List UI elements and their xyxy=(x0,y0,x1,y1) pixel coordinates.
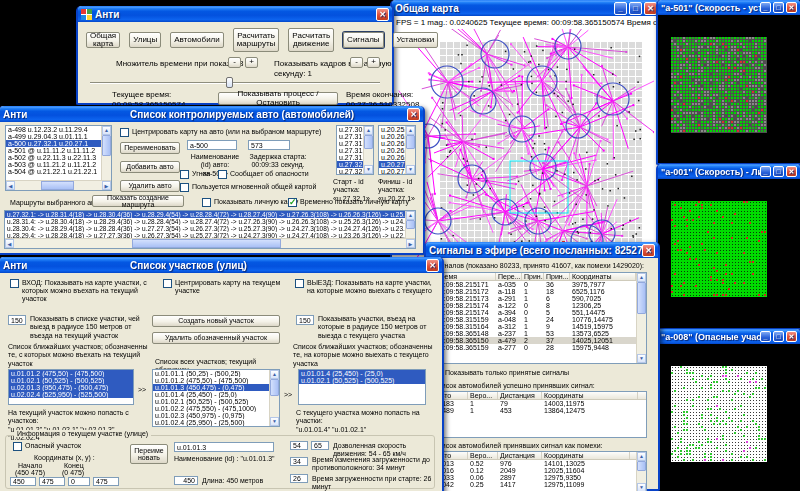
column-header[interactable]: Дистанция xyxy=(498,452,542,459)
table-row[interactable]: а-18317914003,11975 xyxy=(434,400,646,407)
checkbox-box[interactable] xyxy=(202,198,211,207)
scroll-up-icon[interactable]: ▲ xyxy=(270,370,279,379)
maximize-button[interactable]: □ xyxy=(629,2,642,15)
checkbox-box[interactable] xyxy=(163,279,172,288)
checkbox-box[interactable] xyxy=(180,170,189,179)
minimize-button[interactable]: _ xyxy=(760,331,771,342)
stolen-checkbox[interactable]: Угнан xyxy=(180,170,210,179)
list-item[interactable]: u.20.26.4 xyxy=(379,154,405,161)
list-item[interactable]: u.01.01.1 (50,25) - (500,25) xyxy=(153,370,269,377)
list-item[interactable]: u.20.26.3 xyxy=(379,147,405,154)
close-button[interactable]: ✕ xyxy=(426,259,439,272)
scroll-thumb[interactable] xyxy=(364,135,373,149)
delete-section-button[interactable]: Удалить обозначенный участок xyxy=(152,332,280,344)
list-item[interactable]: а-504 @ u.21.22.1 u.21.22.1 xyxy=(6,168,101,175)
temp-personal-map-checkbox[interactable]: Временно показать личную карту xyxy=(288,198,409,207)
reports-danger-checkbox[interactable]: Сообщает об опасности xyxy=(218,170,309,179)
button-signals[interactable]: Сигналы xyxy=(343,32,383,48)
scroll-thumb[interactable] xyxy=(132,239,281,248)
scroll-right-icon[interactable]: ▶ xyxy=(406,239,415,248)
fps-minus-button[interactable]: - xyxy=(350,57,363,68)
slider-thumb[interactable] xyxy=(226,77,233,88)
list-item[interactable]: u.02.02.4 (525,950) - (525,500) xyxy=(9,391,133,398)
list-item[interactable]: u.01.01.4 (25,450) - (25,0) xyxy=(153,391,269,398)
scroll-track[interactable] xyxy=(102,135,111,181)
list-item[interactable]: u.27.32.1: -> u.28.31.4(18) -> u.28.30.4… xyxy=(5,211,405,218)
scroll-left-icon[interactable]: ◀ xyxy=(5,239,14,248)
list-item[interactable]: а-498 u.12.23.2 u.11.29.4 xyxy=(6,126,101,133)
scroll-down-icon[interactable]: ▼ xyxy=(637,354,646,363)
scroll-track[interactable] xyxy=(406,135,415,165)
close-button[interactable]: ✕ xyxy=(786,166,797,177)
close-button[interactable]: ✕ xyxy=(786,331,797,342)
rename-section-button[interactable]: Переиме новать xyxy=(130,444,168,464)
entry-radius-input[interactable]: 150 xyxy=(8,315,26,325)
scroll-thumb[interactable] xyxy=(102,135,111,156)
table-row[interactable]: а-489145313864,12475 xyxy=(434,407,646,414)
maximize-button[interactable]: □ xyxy=(773,331,784,342)
list-item[interactable]: u.01.01.2 (475,50) - (475,500) xyxy=(9,370,133,377)
column-header[interactable]: Координаты xyxy=(570,273,636,280)
column-header[interactable]: Прин... xyxy=(544,273,570,280)
scroll-up-icon[interactable]: ▲ xyxy=(102,126,111,135)
multiplier-minus-button[interactable]: - xyxy=(228,57,241,68)
list-item[interactable]: u.27.31.4 xyxy=(337,154,363,161)
table-row[interactable]: 00:09:58.365150а-47923714025,12051 xyxy=(434,337,636,344)
scroll-track[interactable] xyxy=(637,461,646,483)
scroll-track[interactable] xyxy=(15,181,102,190)
checkbox-box[interactable] xyxy=(218,170,227,179)
entry-sections-checkbox[interactable]: ВХОД: Показывать на карте участки, с кот… xyxy=(10,279,160,303)
checkbox-box[interactable] xyxy=(120,128,129,137)
list-item[interactable]: u.01.02.1 (50,525) - (500,525) xyxy=(299,377,425,384)
close-button[interactable]: ✕ xyxy=(786,2,797,13)
titlebar[interactable]: Общая карта _ □ ✕ xyxy=(392,0,660,16)
vertical-scrollbar[interactable]: ▲▼ xyxy=(405,126,415,174)
scroll-track[interactable] xyxy=(364,135,373,165)
scroll-track[interactable] xyxy=(270,379,279,417)
close-button[interactable]: ✕ xyxy=(376,8,389,21)
minimize-button[interactable]: _ xyxy=(760,2,771,13)
list-item[interactable]: u.01.02.4 (25,950) - (25,500) xyxy=(153,419,269,426)
close-button[interactable]: ✕ xyxy=(407,108,420,121)
list-item[interactable]: u.01.02.1 (50,525) - (500,525) xyxy=(9,377,133,384)
vertical-scrollbar[interactable]: ▲▼ xyxy=(269,370,279,426)
table-row[interactable]: 00:09:58.215173а-29116590,7025 xyxy=(434,295,636,302)
list-item[interactable]: u.01.02.2 (475,550) - (475,1000) xyxy=(153,405,269,412)
titlebar[interactable]: Анти ✕ xyxy=(78,6,392,22)
column-header[interactable]: Координаты xyxy=(542,452,630,459)
titlebar[interactable]: Анти Список участков (улиц) ✕ xyxy=(0,257,442,273)
list-item[interactable]: u.20.27.1 xyxy=(379,161,405,168)
instant-map-checkbox[interactable]: Пользуется мгновенной общей картой xyxy=(180,183,316,192)
table-row[interactable]: а-0130.5297614101,13025 xyxy=(434,460,636,467)
button-calc-traffic[interactable]: Расчитать движение xyxy=(288,28,334,52)
maximize-button[interactable]: □ xyxy=(773,166,784,177)
scroll-up-icon[interactable]: ▲ xyxy=(637,273,646,282)
create-section-button[interactable]: Создать новый участок xyxy=(152,315,280,327)
vertical-scrollbar[interactable]: ▲▼ xyxy=(363,126,373,174)
scroll-track[interactable] xyxy=(14,239,406,248)
table-row[interactable]: 00:09:58.215174а-1220812306,25 xyxy=(434,302,636,309)
exit-sections-listbox[interactable]: u.01.01.4 (25,450) - (25,0)u.01.02.1 (50… xyxy=(298,369,426,405)
table-row[interactable]: а-0330.06289712975,9350 xyxy=(434,474,636,481)
table-row[interactable]: 00:09:58.315159а-04812410776,14475 xyxy=(434,316,636,323)
list-item[interactable]: u.20.26.2 xyxy=(379,140,405,147)
list-item[interactable]: а-500 u.27.32.1 u.20.27.1 xyxy=(6,140,101,147)
list-item[interactable]: u.27.30.4 xyxy=(337,126,363,133)
checkbox-box[interactable] xyxy=(288,198,297,207)
length-input[interactable]: 450 xyxy=(174,476,198,485)
y1-input[interactable]: 475 xyxy=(39,477,65,486)
center-on-car-checkbox[interactable]: Центрировать карту на авто (или на выбра… xyxy=(120,128,330,137)
entry-sections-listbox[interactable]: u.01.01.2 (475,50) - (475,500)u.01.02.1 … xyxy=(8,369,134,405)
list-item[interactable]: u.01.01.2 (475,50) - (475,500) xyxy=(153,377,269,384)
button-general-map[interactable]: Общая карта xyxy=(86,32,120,48)
titlebar[interactable]: "а-008" (Опасные участки) - Л... _ □ ✕ xyxy=(658,329,800,344)
list-item[interactable]: а-502 @ u.22.11.3 u.22.11.3 xyxy=(6,154,101,161)
list-item[interactable]: u.01.01.4 (25,450) - (25,0) xyxy=(299,370,425,377)
start-load-input[interactable]: 26 xyxy=(290,474,308,483)
speed-min-input[interactable]: 54 xyxy=(290,441,308,450)
scroll-up-icon[interactable]: ▲ xyxy=(406,126,415,135)
load-change-input[interactable]: 34 xyxy=(290,457,308,466)
column-header[interactable]: Веро... xyxy=(468,392,498,399)
horizontal-scrollbar[interactable]: ◀▶ xyxy=(5,238,415,248)
danger-section-checkbox[interactable]: Опасный участок xyxy=(13,442,81,451)
